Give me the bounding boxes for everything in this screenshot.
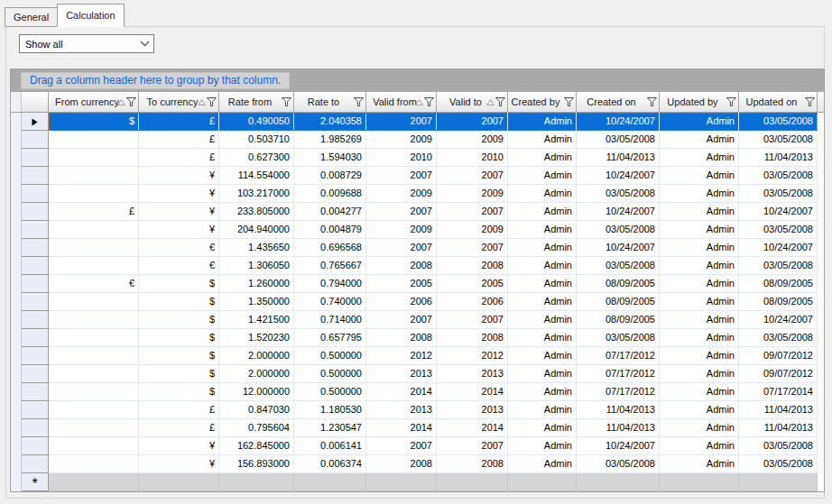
cell-created-by[interactable]: Admin (508, 149, 577, 167)
cell-rate-from[interactable]: 1.260000 (219, 275, 294, 293)
cell-updated-on[interactable]: 09/07/2012 (739, 347, 818, 365)
new-row-cell[interactable] (660, 473, 739, 491)
cell-created-on[interactable]: 08/09/2005 (577, 311, 660, 329)
cell-from-currency[interactable] (49, 131, 139, 149)
cell-updated-on[interactable]: 03/05/2008 (739, 257, 818, 275)
table-row[interactable]: £0.6273001.59403020102010Admin11/04/2013… (11, 149, 824, 167)
cell-rate-from[interactable]: 0.503710 (219, 131, 294, 149)
cell-updated-by[interactable]: Admin (660, 293, 739, 311)
cell-created-by[interactable]: Admin (508, 437, 577, 455)
cell-created-on[interactable]: 03/05/2008 (577, 329, 660, 347)
cell-to-currency[interactable]: ¥ (139, 185, 219, 203)
cell-rate-to[interactable]: 0.004277 (294, 203, 366, 221)
table-row[interactable]: ¥156.8930000.00637420082008Admin03/05/20… (11, 455, 824, 473)
cell-valid-to[interactable]: 2007 (437, 437, 508, 455)
cell-from-currency[interactable] (49, 167, 139, 185)
row-selector[interactable] (22, 257, 49, 275)
cell-to-currency[interactable]: £ (139, 401, 219, 419)
cell-to-currency[interactable]: ¥ (139, 221, 219, 239)
cell-rate-from[interactable]: 2.000000 (219, 347, 294, 365)
cell-from-currency[interactable] (49, 419, 139, 437)
cell-updated-by[interactable]: Admin (660, 275, 739, 293)
cell-rate-from[interactable]: 233.805000 (219, 203, 294, 221)
cell-from-currency[interactable] (49, 383, 139, 401)
cell-from-currency[interactable]: £ (49, 203, 139, 221)
filter-icon[interactable] (805, 97, 815, 106)
cell-to-currency[interactable]: ¥ (139, 167, 219, 185)
cell-from-currency[interactable] (49, 401, 139, 419)
cell-rate-from[interactable]: 0.847030 (219, 401, 294, 419)
column-header-valid-to[interactable]: Valid to (437, 92, 508, 112)
cell-created-by[interactable]: Admin (508, 293, 577, 311)
cell-rate-from[interactable]: 12.000000 (219, 383, 294, 401)
table-row[interactable]: $1.4215000.71400020072007Admin08/09/2005… (11, 311, 824, 329)
cell-valid-from[interactable]: 2014 (366, 383, 437, 401)
cell-from-currency[interactable] (49, 365, 139, 383)
cell-updated-on[interactable]: 07/17/2014 (739, 383, 818, 401)
cell-from-currency[interactable] (49, 293, 139, 311)
cell-updated-by[interactable]: Admin (660, 419, 739, 437)
cell-rate-to[interactable]: 0.009688 (294, 185, 366, 203)
cell-valid-to[interactable]: 2013 (437, 365, 508, 383)
row-selector[interactable] (22, 455, 49, 473)
cell-to-currency[interactable]: ¥ (139, 455, 219, 473)
cell-valid-to[interactable]: 2009 (437, 185, 508, 203)
cell-rate-from[interactable]: 1.520230 (219, 329, 294, 347)
cell-created-by[interactable]: Admin (508, 347, 577, 365)
cell-rate-from[interactable]: 2.000000 (219, 365, 294, 383)
cell-created-by[interactable]: Admin (508, 383, 577, 401)
cell-created-by[interactable]: Admin (508, 311, 577, 329)
cell-from-currency[interactable] (49, 221, 139, 239)
column-header-created-on[interactable]: Created on (577, 92, 660, 112)
table-row[interactable]: £0.8470301.18053020132013Admin11/04/2013… (11, 401, 824, 419)
cell-rate-to[interactable]: 0.794000 (294, 275, 366, 293)
tab-calculation[interactable]: Calculation (57, 4, 124, 27)
cell-to-currency[interactable]: € (139, 239, 219, 257)
cell-rate-to[interactable]: 0.765667 (294, 257, 366, 275)
cell-to-currency[interactable]: £ (139, 113, 219, 131)
filter-icon[interactable] (424, 97, 434, 106)
cell-from-currency[interactable]: $ (49, 113, 139, 131)
filter-icon[interactable] (647, 97, 657, 106)
cell-updated-on[interactable]: 09/07/2012 (739, 365, 818, 383)
cell-created-by[interactable]: Admin (508, 419, 577, 437)
table-row[interactable]: $£0.4900502.04035820072007Admin10/24/200… (11, 113, 824, 131)
table-row[interactable]: $1.3500000.74000020062006Admin08/09/2005… (11, 293, 824, 311)
row-selector[interactable] (22, 203, 49, 221)
cell-to-currency[interactable]: ¥ (139, 203, 219, 221)
row-selector[interactable] (22, 347, 49, 365)
cell-valid-to[interactable]: 2007 (437, 203, 508, 221)
cell-valid-from[interactable]: 2007 (366, 311, 437, 329)
cell-updated-by[interactable]: Admin (660, 257, 739, 275)
cell-valid-to[interactable]: 2014 (437, 419, 508, 437)
cell-valid-from[interactable]: 2008 (366, 455, 437, 473)
cell-created-on[interactable]: 03/05/2008 (577, 131, 660, 149)
cell-valid-from[interactable]: 2005 (366, 275, 437, 293)
table-row[interactable]: €1.4356500.69656820072007Admin10/24/2007… (11, 239, 824, 257)
cell-created-by[interactable]: Admin (508, 365, 577, 383)
cell-valid-from[interactable]: 2006 (366, 293, 437, 311)
cell-to-currency[interactable]: $ (139, 347, 219, 365)
cell-valid-from[interactable]: 2009 (366, 185, 437, 203)
cell-rate-to[interactable]: 0.696568 (294, 239, 366, 257)
cell-to-currency[interactable]: $ (139, 329, 219, 347)
cell-to-currency[interactable]: $ (139, 311, 219, 329)
cell-rate-from[interactable]: 204.940000 (219, 221, 294, 239)
cell-valid-from[interactable]: 2007 (366, 113, 437, 131)
cell-updated-on[interactable]: 03/05/2008 (739, 329, 818, 347)
cell-from-currency[interactable] (49, 455, 139, 473)
row-selector[interactable] (22, 437, 49, 455)
cell-updated-on[interactable]: 03/05/2008 (739, 131, 818, 149)
cell-created-by[interactable]: Admin (508, 221, 577, 239)
row-selector[interactable] (22, 329, 49, 347)
cell-updated-on[interactable]: 03/05/2008 (739, 455, 818, 473)
filter-icon[interactable] (207, 97, 217, 106)
cell-created-on[interactable]: 07/17/2012 (577, 383, 660, 401)
cell-created-on[interactable]: 11/04/2013 (577, 401, 660, 419)
table-row[interactable]: ¥162.8450000.00614120072007Admin10/24/20… (11, 437, 824, 455)
cell-valid-from[interactable]: 2009 (366, 221, 437, 239)
cell-rate-from[interactable]: 1.350000 (219, 293, 294, 311)
cell-valid-from[interactable]: 2013 (366, 365, 437, 383)
cell-created-on[interactable]: 11/04/2013 (577, 149, 660, 167)
table-row[interactable]: $1.5202300.65779520082008Admin03/05/2008… (11, 329, 824, 347)
